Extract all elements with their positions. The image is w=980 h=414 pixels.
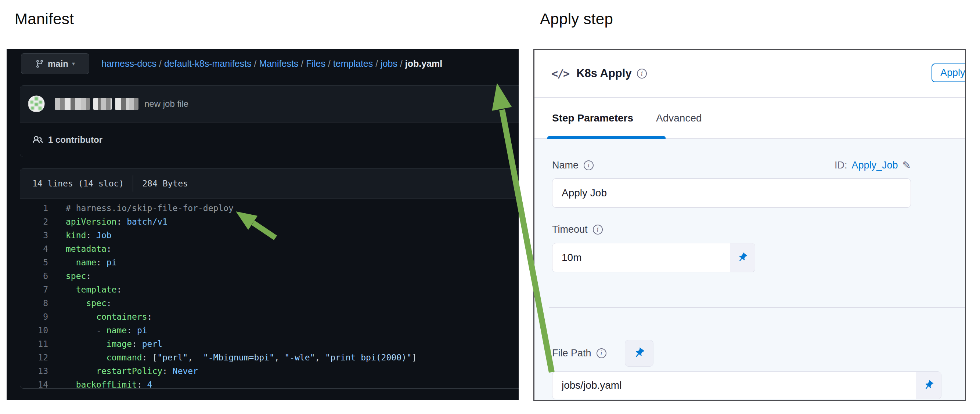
file-path-field-container [552,371,942,399]
branch-name: main [48,59,68,69]
code-line: 9 containers: [20,310,519,324]
apply-changes-button[interactable]: Apply [932,63,966,82]
k8s-apply-step-panel: </> K8s Apply i Apply Step Parameters Ad… [533,49,966,401]
edit-pencil-icon[interactable]: ✎ [902,159,911,171]
breadcrumb-link[interactable]: Manifests [259,59,298,69]
code-line: 10 - name: pi [20,324,519,337]
breadcrumb-link[interactable]: templates [333,59,373,69]
line-number[interactable]: 3 [20,230,48,240]
code-text: metadata: [48,244,112,254]
info-icon[interactable]: i [593,225,603,235]
file-meta-bar: 14 lines (14 sloc) 284 Bytes [20,168,519,199]
line-number[interactable]: 7 [20,285,48,294]
tab-advanced[interactable]: Advanced [656,112,702,124]
code-text: backoffLimit: 4 [48,380,152,389]
line-number[interactable]: 8 [20,298,48,308]
commit-header-row[interactable]: new job file [20,86,519,122]
code-line: 12 command: ["perl", "-Mbignum=bpi", "-w… [20,351,519,364]
apply-step-title: Apply step [540,10,613,28]
code-text: restartPolicy: Never [48,366,198,376]
code-line: 11 image: perl [20,337,519,351]
line-number[interactable]: 12 [20,353,48,362]
breadcrumb-separator: / [373,59,380,69]
line-number[interactable]: 2 [20,217,48,227]
file-path-pin-toggle[interactable] [916,372,941,399]
line-number[interactable]: 4 [20,244,48,254]
breadcrumb-link[interactable]: default-k8s-manifests [164,59,251,69]
code-text: template: [48,285,122,294]
code-line: 4metadata: [20,242,519,255]
code-text: apiVersion: batch/v1 [48,217,167,227]
line-number[interactable]: 5 [20,258,48,267]
breadcrumb: harness-docs / default-k8s-manifests / M… [101,53,442,74]
breadcrumb-separator: / [251,59,259,69]
avatar[interactable] [28,95,45,112]
pin-icon [735,250,750,265]
screenshot-canvas: Manifest Apply step main ▾ harness-docs … [0,0,980,414]
code-line: 1# harness.io/skip-file-for-deploy [20,201,519,215]
commit-message[interactable]: new job file [144,99,188,109]
breadcrumb-separator: / [156,59,164,69]
step-id-group: ID: Apply_Job ✎ [835,159,911,171]
chevron-down-icon: ▾ [72,60,75,67]
line-number[interactable]: 1 [20,203,48,213]
step-title: K8s Apply [576,67,632,80]
step-parameters-form: Name i ID: Apply_Job ✎ Timeout i [535,139,965,400]
timeout-field-container [552,243,755,272]
info-icon[interactable]: i [597,348,606,358]
code-viewer: 1# harness.io/skip-file-for-deploy2apiVe… [20,199,519,389]
breadcrumb-current-file: job.yaml [405,59,442,69]
meta-divider [133,175,133,192]
code-text: image: perl [48,339,162,349]
section-divider [549,307,965,308]
code-line: 7 template: [20,282,519,296]
timeout-input[interactable] [552,243,730,272]
info-icon[interactable]: i [584,160,593,170]
github-file-panel: main ▾ harness-docs / default-k8s-manife… [6,49,519,400]
step-id-value[interactable]: Apply_Job [851,160,898,171]
contributors-row[interactable]: 1 contributor [20,122,519,157]
redacted-username [55,98,138,110]
code-brackets-icon: </> [551,67,569,80]
breadcrumb-separator: / [398,59,405,69]
file-path-field-label: File Path i [552,347,606,359]
name-field-container [552,178,911,208]
line-number[interactable]: 9 [20,312,48,322]
code-line: 6spec: [20,269,519,282]
step-tabs: Step Parameters Advanced [535,98,965,139]
line-number[interactable]: 13 [20,366,48,376]
timeout-field-label: Timeout i [552,219,603,239]
breadcrumb-separator: / [325,59,333,69]
file-size: 284 Bytes [142,179,188,188]
file-path-input[interactable] [552,372,916,399]
name-input[interactable] [552,179,911,207]
timeout-pin-toggle[interactable] [730,243,755,272]
breadcrumb-link[interactable]: harness-docs [101,59,156,69]
code-text: # harness.io/skip-file-for-deploy [48,203,234,213]
code-line: 14 backoffLimit: 4 [20,378,519,389]
file-path-pin-button[interactable] [625,340,654,366]
contributor-count: 1 contributor [48,135,102,145]
branch-selector-button[interactable]: main ▾ [21,53,89,74]
pin-icon [921,378,936,393]
breadcrumb-link[interactable]: jobs [380,59,398,69]
info-icon[interactable]: i [637,69,647,79]
step-header: </> K8s Apply i Apply [535,50,965,98]
active-tab-underline [547,136,666,139]
manifest-title: Manifest [15,10,74,28]
code-text: containers: [48,312,152,322]
line-number[interactable]: 10 [20,325,48,335]
line-number[interactable]: 14 [20,380,48,389]
code-text: command: ["perl", "-Mbignum=bpi", "-wle"… [48,353,417,362]
breadcrumb-link[interactable]: Files [306,59,325,69]
line-number[interactable]: 6 [20,271,48,281]
pin-icon [631,345,647,362]
tab-step-parameters[interactable]: Step Parameters [552,112,633,124]
id-label: ID: [835,160,847,171]
code-text: spec: [48,271,91,281]
file-line-count: 14 lines (14 sloc) [32,179,124,188]
code-line: 5 name: pi [20,255,519,269]
name-field-label: Name i [552,160,593,171]
breadcrumb-separator: / [298,59,306,69]
line-number[interactable]: 11 [20,339,48,349]
